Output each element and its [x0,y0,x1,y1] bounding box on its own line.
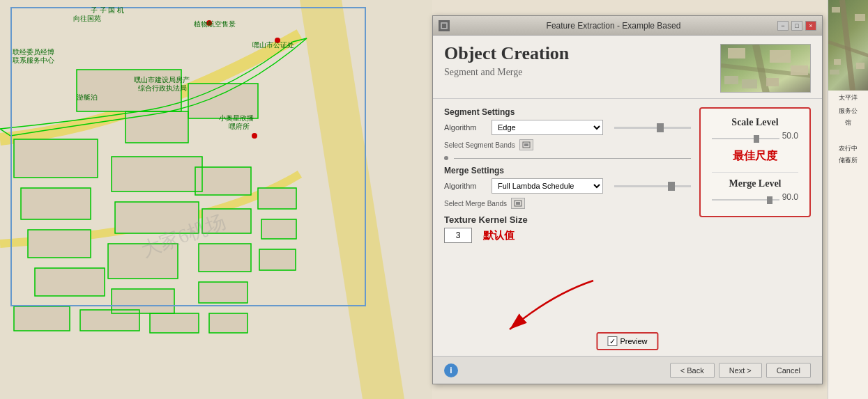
merge-slider-thumb[interactable] [668,182,675,191]
svg-rect-11 [202,209,251,233]
cancel-button[interactable]: Cancel [766,363,811,378]
svg-marker-0 [300,0,404,399]
panel-titlebar: Feature Extraction - Example Based − □ × [433,16,822,36]
merge-algorithm-row: Algorithm Full Lambda Schedule Fast Lamb… [444,178,691,194]
svg-rect-1 [0,0,432,399]
texture-label: Texture Kernel Size [444,214,691,225]
svg-rect-23 [125,111,188,143]
panel-left-column: Segment Settings Algorithm Edge Watershe… [444,107,691,243]
map-label-4: 嘿山市公证处 [252,40,294,50]
scale-slider-thumb[interactable] [657,123,664,132]
right-sidebar: 太平洋 服务公 馆 农行中 储蓄所 [828,0,868,399]
svg-rect-4 [28,230,91,258]
right-label-1: 太平洋 [828,91,868,105]
scale-merge-box: Scale Level 50.0 最佳尺度 Merge Level 90.0 [699,107,811,217]
next-button[interactable]: Next > [719,363,762,378]
merge-level-thumb[interactable] [767,196,772,204]
svg-rect-64 [524,143,528,146]
svg-rect-51 [834,59,841,65]
svg-rect-28 [112,157,202,191]
panel-app-icon [439,20,450,31]
map-label-2: 向往国苑 [73,14,101,24]
map-label-11: 嘿府所 [229,122,250,132]
right-label-5: 储蓄所 [828,155,868,166]
map-label-9: 游艇泊 [77,93,98,102]
texture-input[interactable]: 3 [444,228,472,243]
map-watermark: 大家6机场 [137,209,229,264]
svg-rect-53 [830,70,839,75]
segment-algorithm-select[interactable]: Edge Watershed Gaussian [492,120,603,135]
merge-settings-label: Merge Settings [444,166,691,175]
scale-box-divider [712,172,798,173]
segment-bands-button[interactable] [519,139,533,150]
right-label-2: 服务公 [828,105,868,117]
svg-rect-59 [791,65,808,75]
svg-rect-58 [770,50,791,63]
merge-algorithm-select[interactable]: Full Lambda Schedule Fast Lambda None [492,178,603,194]
divider-line [454,158,691,159]
back-button[interactable]: < Back [670,363,715,378]
svg-rect-31 [112,289,174,313]
merge-divider [444,156,691,160]
svg-rect-40 [80,310,139,331]
info-icon[interactable]: i [444,363,458,377]
feature-extraction-panel: Feature Extraction - Example Based − □ ×… [432,15,823,384]
scale-level-title: Scale Level [712,117,798,128]
satellite-thumbnail [828,0,868,91]
svg-rect-45 [125,111,188,143]
right-label-4: 农行中 [828,143,868,155]
merge-level-title: Merge Level [712,178,798,189]
svg-rect-55 [442,24,446,28]
svg-rect-60 [724,76,738,84]
minimize-button[interactable]: − [777,21,789,31]
svg-rect-6 [112,157,202,191]
segment-bands-label: Select Segment Bands [444,141,515,149]
svg-rect-26 [28,230,91,258]
segment-settings-label: Segment Settings [444,107,691,117]
svg-rect-61 [742,79,757,88]
svg-rect-25 [21,188,91,219]
svg-point-48 [252,133,257,139]
preview-area: ✓ Preview [596,332,658,350]
panel-sub-title: Segment and Merge [444,67,712,78]
svg-rect-52 [856,63,865,69]
panel-header: Object Creation Segment and Merge [433,36,822,99]
preview-label: Preview [620,337,647,345]
divider-dot [444,156,448,160]
scale-slider-track[interactable] [614,127,691,129]
merge-slider-track[interactable] [614,185,691,187]
svg-rect-50 [855,14,865,21]
scale-level-value: 50.0 [782,131,798,141]
close-button[interactable]: × [805,21,816,31]
svg-rect-30 [108,244,178,279]
map-label-3: 植物航空售景 [194,19,236,29]
svg-rect-33 [202,209,251,233]
merge-bands-label: Select Merge Bands [444,200,507,208]
red-arrow-annotation [489,267,614,343]
panel-window-controls[interactable]: − □ × [777,21,816,31]
svg-rect-2 [14,139,98,178]
map-label-6: 联系服务中心 [13,56,54,65]
panel-title: Feature Extraction - Example Based [450,21,777,31]
svg-rect-29 [115,202,199,233]
scale-value-row: 50.0 [712,131,798,146]
svg-rect-39 [14,306,70,331]
preview-checkbox[interactable]: ✓ [607,336,617,346]
merge-level-value: 90.0 [782,192,798,202]
map-selection-box [10,7,366,306]
svg-rect-41 [150,313,199,333]
maximize-button[interactable]: □ [791,21,802,31]
texture-default-annotation: 默认值 [483,229,515,242]
preview-checkbox-box: ✓ Preview [596,332,658,350]
svg-rect-5 [35,268,105,296]
svg-rect-12 [199,244,251,272]
panel-main-title: Object Creation [444,44,712,64]
scale-slider-area [614,127,691,129]
merge-bands-button[interactable] [511,198,525,209]
svg-rect-27 [35,268,105,296]
svg-rect-7 [115,202,199,233]
merge-algorithm-label: Algorithm [444,182,486,190]
scale-level-thumb[interactable] [754,135,759,143]
svg-rect-38 [259,249,296,270]
right-label-3: 馆 [828,117,868,129]
